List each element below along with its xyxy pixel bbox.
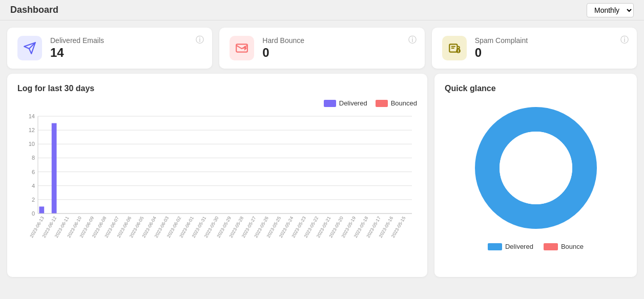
delivered-info-icon: ⓘ	[196, 35, 204, 46]
bounce-info-icon: ⓘ	[408, 35, 417, 46]
legend-bounced: Bounced	[376, 99, 417, 107]
svg-rect-19	[39, 206, 44, 213]
chart-legend: Delivered Bounced	[17, 99, 417, 107]
bounce-info: Hard Bounce 0	[262, 36, 304, 60]
svg-text:6: 6	[32, 169, 35, 175]
legend-bounced-label: Bounced	[391, 99, 417, 107]
svg-text:0: 0	[534, 141, 538, 149]
donut-chart-svg: 0 14	[469, 101, 603, 234]
spam-label: Spam Complaint	[475, 36, 528, 45]
header: Dashboard Monthly Weekly Daily	[0, 0, 644, 20]
donut-legend-bounce: Bounce	[544, 243, 584, 250]
spam-icon-bg	[442, 36, 467, 60]
donut-card: Quick glance 0 14 Delivered Bounce	[434, 74, 637, 277]
donut-legend-delivered-label: Delivered	[505, 243, 533, 250]
delivered-value: 14	[50, 46, 104, 60]
legend-delivered-box	[324, 100, 336, 107]
svg-text:2: 2	[32, 197, 35, 203]
stat-cards-row: Delivered Emails 14 ⓘ Hard Bounce 0 ⓘ	[0, 20, 644, 74]
spam-info-icon: ⓘ	[620, 35, 629, 46]
legend-delivered: Delivered	[324, 99, 367, 107]
svg-rect-21	[52, 123, 57, 213]
legend-bounced-box	[376, 100, 388, 107]
svg-text:4: 4	[32, 183, 35, 189]
bounce-value: 0	[262, 46, 304, 60]
page-title: Dashboard	[10, 5, 58, 15]
bar-chart-card: Log for last 30 days Delivered Bounced 0…	[7, 74, 427, 277]
bounce-mail-icon	[235, 41, 248, 55]
svg-text:12: 12	[29, 127, 35, 133]
stat-card-bounce: Hard Bounce 0 ⓘ	[219, 28, 424, 69]
donut-legend-bounce-label: Bounce	[561, 243, 584, 250]
spam-info: Spam Complaint 0	[475, 36, 528, 60]
stat-card-spam: Spam Complaint 0 ⓘ	[432, 28, 637, 69]
donut-legend-delivered: Delivered	[488, 243, 533, 250]
legend-delivered-label: Delivered	[339, 99, 367, 107]
spam-value: 0	[475, 46, 528, 60]
paper-plane-icon	[23, 41, 36, 55]
donut-title: Quick glance	[445, 84, 496, 93]
delivered-info: Delivered Emails 14	[50, 36, 104, 60]
spam-icon	[448, 41, 461, 55]
bounce-label: Hard Bounce	[262, 36, 304, 45]
svg-text:14: 14	[29, 113, 35, 119]
bottom-section: Log for last 30 days Delivered Bounced 0…	[0, 74, 644, 284]
donut-legend-bounce-box	[544, 243, 558, 250]
bar-chart-svg: 024681012142023-06-132023-06-122023-06-1…	[17, 111, 417, 265]
delivered-icon-bg	[17, 36, 42, 60]
svg-text:14: 14	[532, 189, 540, 198]
delivered-label: Delivered Emails	[50, 36, 104, 45]
bounce-icon-bg	[230, 36, 254, 60]
svg-text:8: 8	[32, 155, 35, 161]
stat-card-delivered: Delivered Emails 14 ⓘ	[7, 28, 212, 69]
bar-chart-title: Log for last 30 days	[17, 84, 417, 93]
donut-legend-delivered-box	[488, 243, 502, 250]
period-select[interactable]: Monthly Weekly Daily	[587, 3, 634, 17]
svg-text:10: 10	[29, 141, 35, 147]
bar-chart-area: 024681012142023-06-132023-06-122023-06-1…	[17, 111, 417, 267]
donut-legend: Delivered Bounce	[488, 243, 584, 250]
svg-text:0: 0	[32, 210, 35, 217]
